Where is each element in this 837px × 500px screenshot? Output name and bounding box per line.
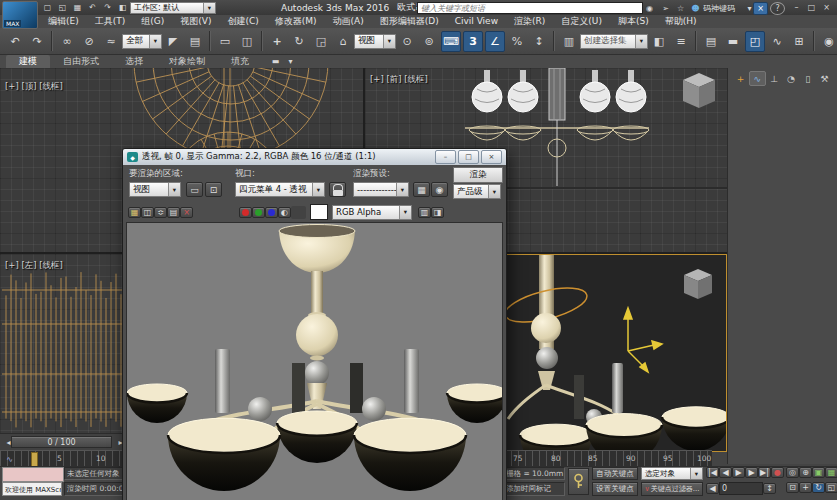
menu-customize[interactable]: 自定义(U): [553, 15, 610, 28]
go-to-end-button[interactable]: ▶|: [758, 467, 771, 478]
render-window-close[interactable]: ×: [481, 150, 502, 164]
maxscript-mini-listener[interactable]: [2, 467, 64, 482]
zoom-icon[interactable]: ◎: [786, 467, 799, 478]
ribbon-tab-selection[interactable]: 选择: [112, 55, 156, 68]
layout-toggle-a-icon[interactable]: ▥: [418, 207, 431, 218]
previous-frame-button[interactable]: ◀: [719, 467, 732, 478]
percent-snap-button[interactable]: %: [507, 31, 527, 52]
spinner-snap-button[interactable]: ↕: [529, 31, 549, 52]
menu-rendering[interactable]: 渲染(R): [506, 15, 553, 28]
search-input[interactable]: [417, 2, 643, 14]
utilities-tab-icon[interactable]: ⚒: [816, 71, 833, 86]
coordinate-system-dropdown[interactable]: 视图▾: [354, 34, 396, 49]
maxscript-listener-line[interactable]: 欢迎使用 MAXScript: [2, 482, 62, 496]
save-file-button[interactable]: ▦: [70, 1, 85, 14]
open-file-button[interactable]: ◱: [55, 1, 70, 14]
undo-toolbar-button[interactable]: ↶: [5, 31, 25, 52]
mini-curve-editor-icon[interactable]: ∿: [2, 453, 17, 466]
go-to-start-button[interactable]: |◀: [706, 467, 719, 478]
orbit-icon[interactable]: ↻: [812, 482, 825, 493]
render-frame-window[interactable]: ◆ 透视, 帧 0, 显示 Gamma: 2.2, RGBA 颜色 16 位/通…: [122, 148, 507, 500]
zoom-extents-icon[interactable]: ▣: [812, 467, 825, 478]
align-button[interactable]: ≡: [671, 31, 691, 52]
set-keys-button[interactable]: [568, 468, 589, 495]
window-crossing-button[interactable]: ◫: [237, 31, 257, 52]
use-pivot-center-button[interactable]: ⊙: [397, 31, 417, 52]
select-rotate-button[interactable]: ↻: [289, 31, 309, 52]
curve-editor-button[interactable]: ∿: [767, 31, 787, 52]
auto-key-button[interactable]: 自动关键点: [592, 467, 638, 480]
clone-window-icon[interactable]: ≎: [154, 207, 167, 218]
channel-display-dropdown[interactable]: RGB Alpha▾: [332, 205, 412, 220]
window-close-button[interactable]: ×: [819, 1, 834, 14]
angle-snap-button[interactable]: ∠: [485, 31, 505, 52]
key-mode-toggle[interactable]: ●: [771, 467, 784, 478]
favorites-star-icon[interactable]: ☆: [673, 2, 688, 15]
menu-scripting[interactable]: 脚本(S): [610, 15, 657, 28]
select-link-button[interactable]: ∞: [57, 31, 77, 52]
select-manipulate-button[interactable]: ⊚: [419, 31, 439, 52]
selection-filter-dropdown[interactable]: 全部▾: [122, 34, 162, 49]
ribbon-tab-populate[interactable]: 填充: [218, 55, 262, 68]
menu-tools[interactable]: 工具(T): [87, 15, 134, 28]
snap-toggle-button[interactable]: 3: [463, 31, 483, 52]
ribbon-state-icon[interactable]: ▬: [268, 55, 283, 68]
render-window-titlebar[interactable]: ◆ 透视, 帧 0, 显示 Gamma: 2.2, RGBA 颜色 16 位/通…: [123, 149, 506, 165]
render-window-restore[interactable]: □: [458, 150, 479, 164]
edit-named-sets-button[interactable]: ▥: [559, 31, 579, 52]
render-viewport-dropdown[interactable]: 四元菜单 4 - 透视▾: [235, 182, 325, 197]
render-window-minimize[interactable]: –: [435, 150, 456, 164]
maximize-viewport-icon[interactable]: ◱: [825, 482, 837, 493]
select-by-name-button[interactable]: ▤: [185, 31, 205, 52]
workspace-icon[interactable]: ◧: [115, 1, 130, 14]
workspace-dropdown[interactable]: 工作区: 默认 ▾: [130, 2, 216, 14]
select-place-button[interactable]: ⌂: [333, 31, 353, 52]
account-name[interactable]: 码神键码: [703, 3, 735, 14]
max-logo[interactable]: MAX: [2, 1, 38, 29]
monochrome-button[interactable]: ◐: [278, 207, 291, 218]
menu-graph-editors[interactable]: 图形编辑器(D): [372, 15, 447, 28]
load-preset-icon[interactable]: ◉: [431, 182, 448, 197]
time-marker[interactable]: [31, 452, 38, 467]
zoom-extents-all-icon[interactable]: ▦: [825, 467, 837, 478]
help-icon[interactable]: ?: [770, 2, 785, 15]
viewport-top-label[interactable]: [+] [顶] [线框]: [5, 81, 63, 93]
window-maximize-button[interactable]: □: [804, 1, 819, 14]
chevron-down-icon[interactable]: ▾: [283, 55, 298, 68]
blue-channel-button[interactable]: [265, 207, 278, 218]
viewport-front-label[interactable]: [+] [前] [线框]: [370, 74, 428, 86]
current-frame-field[interactable]: [719, 482, 763, 495]
copy-image-icon[interactable]: ◫: [141, 207, 154, 218]
edit-region-icon[interactable]: ▭: [186, 182, 203, 197]
menu-civil-view[interactable]: Civil View: [447, 15, 506, 28]
keyboard-override-button[interactable]: ⌨: [441, 31, 461, 52]
ribbon-tab-modeling[interactable]: 建模: [6, 55, 50, 68]
sign-in-icon[interactable]: ➢: [658, 2, 673, 15]
menu-help[interactable]: 帮助(H): [657, 15, 705, 28]
auto-region-icon[interactable]: ⊡: [205, 182, 222, 197]
green-channel-button[interactable]: [252, 207, 265, 218]
schematic-view-button[interactable]: ⊞: [789, 31, 809, 52]
search-binoculars-icon[interactable]: ◉: [642, 2, 657, 15]
rendered-image[interactable]: [126, 222, 503, 500]
select-scale-button[interactable]: ◲: [311, 31, 331, 52]
key-filters-button[interactable]: ∨ 关键点过滤器...: [641, 482, 703, 496]
play-button[interactable]: ▶: [732, 467, 745, 478]
layout-toggle-b-icon[interactable]: ◨: [431, 207, 444, 218]
next-frame-button[interactable]: ▶: [745, 467, 758, 478]
add-time-tag[interactable]: 添加时间标记: [503, 482, 565, 496]
save-preset-icon[interactable]: ▦: [413, 182, 430, 197]
viewport-left-label[interactable]: [+] [左] [线框]: [5, 260, 63, 272]
menu-animation[interactable]: 动画(A): [325, 15, 372, 28]
named-sets-dropdown[interactable]: 创建选择集▾: [580, 34, 648, 49]
zoom-region-icon[interactable]: ⊡: [786, 482, 799, 493]
alpha-channel-button[interactable]: [291, 206, 306, 219]
ribbon-toggle-button[interactable]: ▬: [723, 31, 743, 52]
ribbon-tab-object-paint[interactable]: 对象绘制: [156, 55, 218, 68]
select-move-button[interactable]: +: [267, 31, 287, 52]
lock-viewport-icon[interactable]: [329, 182, 346, 197]
render-button[interactable]: 渲染: [453, 167, 503, 183]
pan-hand-icon[interactable]: +: [799, 482, 812, 493]
layer-manager-button[interactable]: ▤: [701, 31, 721, 52]
red-channel-button[interactable]: [239, 207, 252, 218]
